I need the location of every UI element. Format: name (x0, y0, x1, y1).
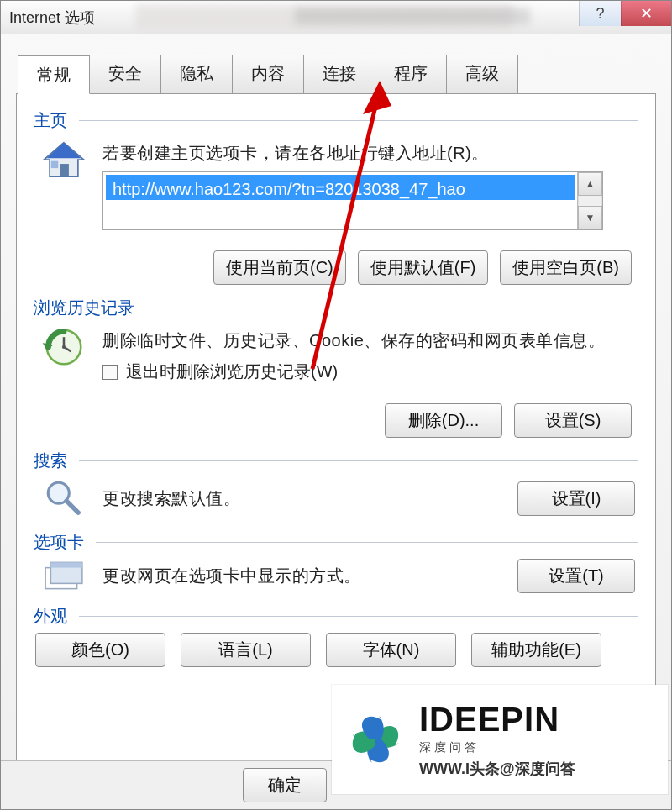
tab-strip: 常规 安全 隐私 内容 连接 程序 高级 (18, 55, 671, 93)
watermark-url: WWW.I头条@深度问答 (419, 759, 575, 779)
delete-on-exit-checkbox[interactable] (102, 365, 118, 380)
accessibility-button[interactable]: 辅助功能(E) (471, 633, 601, 667)
scroll-up-icon[interactable]: ▲ (578, 172, 602, 196)
languages-button[interactable]: 语言(L) (181, 633, 311, 667)
watermark-brand: IDEEPIN (419, 701, 575, 739)
watermark-sub: 深 度 问 答 (419, 740, 575, 755)
home-title: 主页 (34, 109, 67, 132)
tab-content[interactable]: 内容 (232, 55, 304, 93)
home-url-value: http://www.hao123.com/?tn=82013038_47_ha… (106, 175, 575, 200)
ok-button[interactable]: 确定 (243, 768, 327, 802)
fonts-button[interactable]: 字体(N) (326, 633, 456, 667)
use-default-button[interactable]: 使用默认值(F) (358, 250, 489, 285)
tab-programs[interactable]: 程序 (375, 55, 447, 93)
svg-rect-4 (60, 164, 69, 176)
blurred-bg-2 (295, 8, 530, 24)
use-blank-button[interactable]: 使用空白页(B) (500, 250, 632, 285)
group-home: 主页 若要创建主页选项卡，请在各地址行键入地址(R)。 http://www.h… (34, 109, 638, 285)
group-tabs: 选项卡 更改网页在选项卡中显示的方式。 设置(T) (34, 531, 638, 593)
close-button[interactable]: ✕ (621, 1, 671, 26)
search-instruction: 更改搜索默认值。 (102, 487, 240, 510)
divider (79, 120, 638, 121)
history-icon (37, 324, 91, 438)
svg-rect-15 (50, 562, 82, 567)
tab-security[interactable]: 安全 (89, 55, 161, 93)
group-search: 搜索 更改搜索默认值。 设置(I) (34, 450, 638, 519)
divider (79, 460, 638, 461)
titlebar: Internet 选项 ? ✕ (1, 1, 671, 34)
history-settings-button[interactable]: 设置(S) (514, 403, 632, 438)
scroll-down-icon[interactable]: ▼ (578, 206, 602, 229)
help-button[interactable]: ? (579, 1, 621, 26)
search-settings-button[interactable]: 设置(I) (517, 481, 635, 516)
delete-history-button[interactable]: 删除(D)... (385, 403, 502, 438)
window-title: Internet 选项 (9, 8, 95, 28)
use-current-button[interactable]: 使用当前页(C) (213, 250, 346, 285)
colors-button[interactable]: 颜色(O) (35, 633, 165, 667)
home-url-textarea[interactable]: http://www.hao123.com/?tn=82013038_47_ha… (102, 171, 603, 230)
tab-privacy[interactable]: 隐私 (160, 55, 233, 93)
search-title: 搜索 (34, 450, 67, 472)
delete-on-exit-label: 退出时删除浏览历史记录(W) (126, 360, 338, 383)
history-instruction: 删除临时文件、历史记录、Cookie、保存的密码和网页表单信息。 (102, 329, 635, 352)
tabs-settings-button[interactable]: 设置(T) (517, 559, 635, 593)
svg-rect-5 (51, 161, 58, 168)
scroll-track[interactable] (578, 196, 602, 206)
watermark-logo-icon (340, 704, 411, 775)
home-icon (37, 137, 91, 285)
search-icon (37, 477, 91, 519)
appearance-title: 外观 (34, 605, 67, 628)
group-history: 浏览历史记录 删除临时文件、历史记录、Cookie、保存的密码和网页表单信息。 (34, 297, 638, 438)
home-instruction: 若要创建主页选项卡，请在各地址行键入地址(R)。 (102, 142, 635, 165)
divider (79, 616, 638, 617)
tabs-icon (37, 559, 91, 593)
watermark: IDEEPIN 深 度 问 答 WWW.I头条@深度问答 (332, 685, 668, 794)
group-appearance: 外观 颜色(O) 语言(L) 字体(N) 辅助功能(E) (34, 605, 638, 667)
svg-marker-3 (47, 143, 81, 159)
history-title: 浏览历史记录 (34, 297, 134, 319)
svg-point-10 (62, 345, 66, 349)
scrollbar[interactable]: ▲ ▼ (577, 172, 602, 229)
tab-advanced[interactable]: 高级 (446, 55, 518, 93)
tabs-title: 选项卡 (34, 531, 84, 554)
tab-connections[interactable]: 连接 (303, 55, 375, 93)
svg-line-12 (66, 501, 78, 513)
divider (146, 308, 638, 308)
tabs-instruction: 更改网页在选项卡中显示的方式。 (102, 565, 361, 587)
divider (96, 542, 638, 543)
tab-general[interactable]: 常规 (18, 55, 90, 94)
internet-options-window: Internet 选项 ? ✕ 常规 安全 隐私 内容 连接 程序 高级 主页 (0, 0, 672, 810)
